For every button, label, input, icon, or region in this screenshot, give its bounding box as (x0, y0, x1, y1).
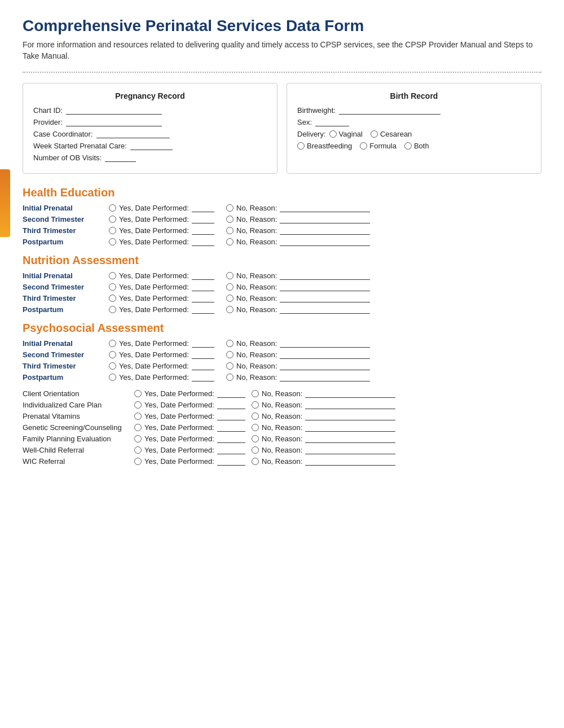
radio-he-initial-yes-icon[interactable] (109, 204, 116, 212)
radio-he-postpartum-yes-icon[interactable] (109, 238, 116, 245)
week-started-field: Week Started Prenatal Care: (33, 142, 267, 150)
pa-initial-no-reason[interactable] (280, 340, 370, 348)
he-third-no-reason[interactable] (280, 227, 370, 235)
na-postpartum-no-reason[interactable] (280, 306, 370, 314)
radio-wic-yes-icon[interactable] (134, 458, 142, 465)
fp-yes-date[interactable] (217, 435, 245, 443)
co-yes-date[interactable] (217, 390, 245, 398)
co-no-reason[interactable] (305, 390, 395, 398)
radio-gs-no-icon[interactable] (252, 424, 259, 431)
radio-na-second-no-icon[interactable] (226, 283, 233, 291)
delivery-vaginal[interactable]: Vaginal (329, 130, 363, 138)
radio-wc-yes-icon[interactable] (134, 446, 142, 454)
sex-input[interactable] (315, 119, 349, 126)
radio-wic-no-icon[interactable] (252, 458, 259, 465)
na-third-no-reason[interactable] (280, 295, 370, 302)
well-child-referral-label: Well-Child Referral (23, 446, 130, 454)
radio-pa-postpartum-yes-icon[interactable] (109, 374, 116, 381)
radio-na-third-yes-icon[interactable] (109, 295, 116, 302)
ob-visits-input[interactable] (105, 154, 136, 162)
he-third-yes: Yes, Date Performed: (109, 226, 222, 235)
case-coordinator-input[interactable] (96, 130, 170, 138)
radio-pa-third-no-icon[interactable] (226, 362, 233, 370)
radio-he-second-no-icon[interactable] (226, 216, 233, 223)
radio-icp-yes-icon[interactable] (134, 401, 142, 409)
radio-wc-no-icon[interactable] (252, 446, 259, 454)
radio-he-postpartum-no-icon[interactable] (226, 238, 233, 245)
he-second-trimester-row: Second Trimester Yes, Date Performed: No… (23, 215, 541, 223)
radio-fp-no-icon[interactable] (252, 435, 259, 442)
radio-he-initial-no-icon[interactable] (226, 204, 233, 212)
na-postpartum-yes-date[interactable] (192, 306, 214, 314)
na-second-yes-date[interactable] (192, 283, 214, 291)
he-initial-no-reason[interactable] (280, 204, 370, 212)
na-second-no-reason[interactable] (280, 283, 370, 291)
radio-pa-postpartum-no-icon[interactable] (226, 374, 233, 381)
he-third-yes-date[interactable] (192, 227, 214, 235)
gs-yes-date[interactable] (217, 424, 245, 432)
nutrition-assessment-section: Nutrition Assessment Initial Prenatal Ye… (23, 254, 541, 314)
pa-second-no: No, Reason: (226, 350, 370, 359)
radio-pv-no-icon[interactable] (252, 413, 259, 420)
radio-pa-second-no-icon[interactable] (226, 351, 233, 358)
week-started-input[interactable] (130, 142, 173, 150)
radio-icp-no-icon[interactable] (252, 401, 259, 409)
sex-field: Sex: (297, 118, 531, 126)
pa-postpartum-no-reason[interactable] (280, 374, 370, 381)
radio-he-third-no-icon[interactable] (226, 227, 233, 234)
pa-third-yes-date[interactable] (192, 362, 214, 370)
pa-third-no-reason[interactable] (280, 362, 370, 370)
radio-he-third-yes-icon[interactable] (109, 227, 116, 234)
he-third-no: No, Reason: (226, 226, 370, 235)
radio-pa-initial-no-icon[interactable] (226, 340, 233, 347)
he-postpartum-yes-date[interactable] (192, 238, 214, 246)
pa-postpartum-yes-date[interactable] (192, 374, 214, 381)
pa-initial-yes-date[interactable] (192, 340, 214, 348)
feeding-formula[interactable]: Formula (360, 142, 396, 150)
radio-pa-initial-yes-icon[interactable] (109, 340, 116, 347)
na-third-yes-date[interactable] (192, 295, 214, 302)
he-postpartum-no-reason[interactable] (280, 238, 370, 246)
na-third-no: No, Reason: (226, 294, 370, 302)
icp-yes-date[interactable] (217, 401, 245, 409)
pv-yes-date[interactable] (217, 413, 245, 420)
radio-he-second-yes-icon[interactable] (109, 216, 116, 223)
he-second-no-reason[interactable] (280, 216, 370, 223)
pa-second-yes-date[interactable] (192, 351, 214, 359)
he-second-yes-date[interactable] (192, 216, 214, 223)
wc-yes: Yes, Date Performed: (134, 446, 247, 454)
radio-na-third-no-icon[interactable] (226, 295, 233, 302)
radio-na-second-yes-icon[interactable] (109, 283, 116, 291)
radio-co-yes-icon[interactable] (134, 390, 142, 397)
wic-yes-date[interactable] (217, 458, 245, 466)
radio-pa-third-yes-icon[interactable] (109, 362, 116, 370)
pa-second-no-reason[interactable] (280, 351, 370, 359)
chart-id-input[interactable] (66, 107, 162, 115)
radio-breastfeeding-icon (297, 142, 305, 150)
radio-na-initial-no-icon[interactable] (226, 272, 233, 279)
wc-yes-date[interactable] (217, 446, 245, 454)
birthweight-input[interactable] (339, 107, 440, 115)
radio-na-initial-yes-icon[interactable] (109, 272, 116, 279)
na-postpartum-row: Postpartum Yes, Date Performed: No, Reas… (23, 305, 541, 314)
wic-no-reason[interactable] (305, 458, 395, 466)
radio-gs-yes-icon[interactable] (134, 424, 142, 431)
radio-co-no-icon[interactable] (252, 390, 259, 397)
gs-no-reason[interactable] (305, 424, 395, 432)
na-initial-yes-date[interactable] (192, 272, 214, 280)
radio-na-postpartum-no-icon[interactable] (226, 306, 233, 313)
fp-no-reason[interactable] (305, 435, 395, 443)
feeding-both[interactable]: Both (404, 142, 429, 150)
pv-no-reason[interactable] (305, 413, 395, 420)
radio-na-postpartum-yes-icon[interactable] (109, 306, 116, 313)
icp-no-reason[interactable] (305, 401, 395, 409)
na-initial-no-reason[interactable] (280, 272, 370, 280)
wc-no-reason[interactable] (305, 446, 395, 454)
radio-pv-yes-icon[interactable] (134, 413, 142, 420)
delivery-cesarean[interactable]: Cesarean (371, 130, 412, 138)
radio-fp-yes-icon[interactable] (134, 435, 142, 442)
he-initial-yes-date[interactable] (192, 204, 214, 212)
radio-pa-second-yes-icon[interactable] (109, 351, 116, 358)
provider-input[interactable] (66, 119, 162, 126)
feeding-breastfeeding[interactable]: Breastfeeding (297, 142, 352, 150)
